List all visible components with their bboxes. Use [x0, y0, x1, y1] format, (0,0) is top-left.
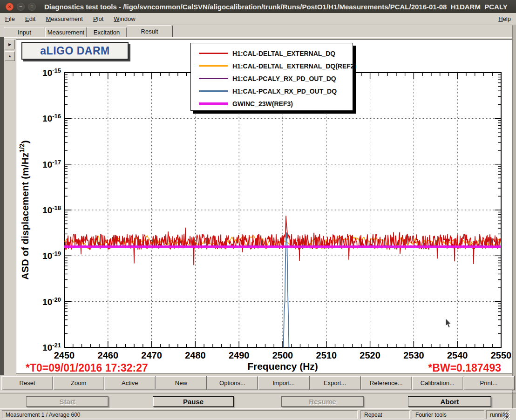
legend-item-label: H1:CAL-DELTAL_EXTERNAL_DQ(REF2) [232, 62, 356, 70]
pad-next-button[interactable]: ▶ [5, 40, 15, 49]
reference-button[interactable]: Reference... [361, 376, 412, 390]
legend-item: H1:CAL-PCALX_RX_PD_OUT_DQ [191, 85, 353, 97]
legend-line-swatch [199, 90, 228, 92]
panel-right-edge [512, 25, 516, 420]
maximize-button[interactable]: □ [28, 3, 36, 11]
plot-title-box: aLIGO DARM [21, 42, 129, 60]
export-button[interactable]: Export... [310, 376, 361, 390]
svg-text:2490: 2490 [229, 350, 250, 360]
mnemonic-letter: H [498, 15, 502, 22]
grid-lines [64, 73, 501, 347]
svg-text:10-16: 10-16 [42, 113, 61, 123]
legend-line-swatch [199, 65, 228, 67]
statusbar: Measurement 1 / Average 600RepeatFourier… [0, 408, 516, 420]
menu-window[interactable]: Window [109, 13, 140, 25]
menu-help[interactable]: Help [493, 13, 516, 25]
titlebar[interactable]: × − □ Diagnostics test tools - /ligo/svn… [0, 0, 516, 13]
legend-item: H1:CAL-DELTAL_EXTERNAL_DQ [191, 47, 353, 60]
svg-text:10-15: 10-15 [42, 67, 61, 78]
menu-file[interactable]: File [0, 13, 20, 25]
minimize-button[interactable]: − [17, 3, 25, 11]
menu-measurement[interactable]: Measurement [41, 13, 88, 25]
import-button[interactable]: Import... [258, 376, 309, 390]
pad-up-button[interactable]: ▲ [5, 51, 15, 61]
legend-item: GWINC_23W(REF3) [191, 97, 353, 110]
axis-tick-labels: 2450246024702480249025002510252025302540… [42, 67, 511, 360]
menu-plot[interactable]: Plot [88, 13, 109, 25]
pause-button[interactable]: Pause [153, 396, 234, 407]
legend-item-label: GWINC_23W(REF3) [232, 100, 293, 108]
plot-legend[interactable]: H1:CAL-DELTAL_EXTERNAL_DQH1:CAL-DELTAL_E… [190, 43, 353, 111]
svg-text:10-17: 10-17 [42, 159, 61, 169]
window-title: Diagnostics test tools - /ligo/svncommon… [44, 3, 508, 11]
svg-text:2540: 2540 [447, 350, 468, 360]
svg-text:10-18: 10-18 [42, 204, 61, 215]
svg-text:2480: 2480 [185, 350, 206, 360]
toolbar-separator [0, 392, 516, 393]
status-repeat: Repeat [360, 410, 410, 419]
close-button[interactable]: × [6, 3, 14, 11]
panel-left-edge [0, 37, 4, 375]
tab-excitation[interactable]: Excitation [87, 27, 127, 37]
svg-text:2470: 2470 [141, 350, 162, 360]
calibration-button[interactable]: Calibration... [412, 376, 463, 390]
svg-text:2500: 2500 [272, 350, 293, 360]
series-traces [64, 216, 501, 373]
svg-text:2460: 2460 [98, 350, 119, 360]
tab-measurement[interactable]: Measurement [45, 27, 87, 37]
legend-item-label: H1:CAL-DELTAL_EXTERNAL_DQ [232, 50, 335, 57]
menu-edit[interactable]: Edit [20, 13, 41, 25]
legend-item: H1:CAL-PCALY_RX_PD_OUT_DQ [191, 72, 353, 85]
mnemonic-letter: P [93, 15, 97, 22]
options-button[interactable]: Options... [207, 376, 258, 390]
mouse-cursor [445, 318, 452, 328]
status-measurement: Measurement 1 / Average 600 [2, 410, 358, 419]
new-button[interactable]: New [156, 376, 207, 390]
menubar: FileEditMeasurementPlotWindowHelp [0, 13, 516, 25]
legend-line-swatch [199, 78, 228, 79]
svg-text:2530: 2530 [403, 350, 424, 360]
active-button[interactable]: Active [104, 376, 156, 390]
mnemonic-letter: F [5, 15, 9, 22]
status-tool: Fourier tools [412, 410, 484, 419]
legend-item-label: H1:CAL-PCALY_RX_PD_OUT_DQ [232, 75, 336, 82]
legend-item: H1:CAL-DELTAL_EXTERNAL_DQ(REF2) [191, 60, 353, 72]
legend-item-label: H1:CAL-PCALX_RX_PD_OUT_DQ [232, 88, 337, 95]
mnemonic-letter: M [46, 15, 51, 22]
svg-text:2520: 2520 [360, 350, 380, 360]
legend-line-swatch [199, 102, 228, 105]
bw-annotation: *BW=0.187493 [428, 362, 501, 373]
x-axis-title: Frequency (Hz) [247, 361, 318, 372]
tab-result[interactable]: Result [127, 25, 172, 37]
mnemonic-letter: E [25, 15, 29, 22]
svg-text:2510: 2510 [316, 350, 337, 360]
mnemonic-letter: W [114, 15, 119, 22]
app-window: { "window": { "title": "Diagnostics test… [0, 0, 516, 420]
svg-text:2550: 2550 [491, 350, 512, 360]
start-button[interactable]: Start [26, 396, 109, 407]
status-state: running [486, 410, 509, 419]
resume-button[interactable]: Resume [281, 396, 364, 407]
reset-button[interactable]: Reset [2, 376, 53, 390]
tab-bar: InputMeasurementExcitationResult [0, 25, 516, 37]
abort-button[interactable]: Abort [408, 396, 491, 407]
svg-text:2450: 2450 [54, 350, 75, 360]
zoom-button[interactable]: Zoom [53, 376, 104, 390]
legend-line-swatch [199, 53, 228, 54]
tab-input[interactable]: Input [4, 27, 45, 37]
plot-title: aLIGO DARM [40, 45, 109, 57]
y-axis-title: ASD of displacement (m/Hz1/2) [18, 140, 30, 280]
svg-text:10-20: 10-20 [42, 296, 61, 307]
plot-canvas[interactable]: 2450246024702480249025002510252025302540… [16, 39, 512, 373]
print-button[interactable]: Print... [463, 376, 514, 390]
svg-text:10-19: 10-19 [42, 250, 61, 261]
t0-annotation: *T0=09/01/2016 17:32:27 [26, 362, 148, 373]
trace-H1:CAL-DELTAL_EXTERNAL_DQ [64, 216, 501, 265]
plot-toolbar: ResetZoomActiveNewOptions...Import...Exp… [1, 376, 515, 390]
